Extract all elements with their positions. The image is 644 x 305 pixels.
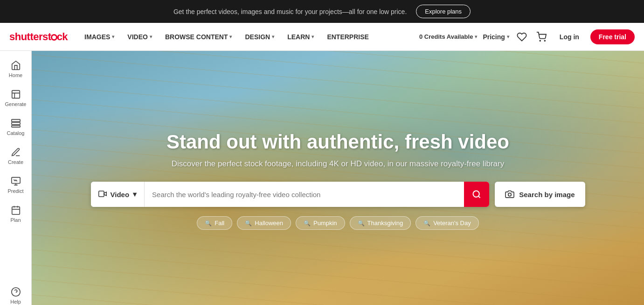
chevron-down-icon: ▾ <box>312 34 314 39</box>
nav-browse-content[interactable]: BROWSE CONTENT ▾ <box>159 29 238 44</box>
hero-title: Stand out with authentic, fresh video <box>50 130 625 154</box>
svg-rect-13 <box>98 191 104 197</box>
svg-point-0 <box>540 40 540 41</box>
hero-section: Stand out with authentic, fresh video Di… <box>32 51 644 305</box>
search-submit-button[interactable] <box>464 182 489 207</box>
svg-rect-3 <box>11 120 20 122</box>
tag-thanksgiving[interactable]: 🔍 Thanksgiving <box>350 216 411 230</box>
chevron-down-icon: ▾ <box>133 190 137 199</box>
nav-design[interactable]: DESIGN ▾ <box>239 29 280 44</box>
search-icon: 🔍 <box>423 220 430 227</box>
top-banner: Get the perfect videos, images and music… <box>0 0 644 23</box>
tag-veterans-day[interactable]: 🔍 Veteran's Day <box>415 216 479 230</box>
sidebar-generate-label: Generate <box>5 101 27 107</box>
search-icon: 🔍 <box>304 220 311 227</box>
search-by-image-button[interactable]: Search by image <box>495 182 585 207</box>
tag-fall[interactable]: 🔍 Fall <box>197 216 232 230</box>
nav-images[interactable]: IMAGES ▾ <box>79 29 120 44</box>
camera-icon <box>505 190 514 199</box>
sidebar-catalog-label: Catalog <box>7 130 25 136</box>
chevron-down-icon: ▾ <box>507 34 509 39</box>
sidebar-item-help[interactable]: Help <box>2 282 30 305</box>
page-wrapper: Home Generate Catalog <box>0 51 644 305</box>
search-type-button[interactable]: Video ▾ <box>91 182 145 207</box>
sidebar: Home Generate Catalog <box>0 51 32 305</box>
search-bar: Video ▾ <box>91 182 490 207</box>
search-icon: 🔍 <box>358 220 365 227</box>
tag-row: 🔍 Fall 🔍 Halloween 🔍 Pumpkin 🔍 Thanksgiv… <box>50 216 625 230</box>
svg-rect-2 <box>12 91 20 99</box>
sidebar-item-create[interactable]: Create <box>2 142 30 170</box>
svg-line-16 <box>478 196 480 198</box>
predict-icon <box>11 176 21 186</box>
svg-marker-14 <box>104 192 106 196</box>
login-button[interactable]: Log in <box>554 29 585 44</box>
hero-content: Stand out with authentic, fresh video Di… <box>32 130 644 230</box>
search-by-image-label: Search by image <box>519 191 575 199</box>
svg-point-15 <box>473 191 479 197</box>
tag-pumpkin[interactable]: 🔍 Pumpkin <box>296 216 345 230</box>
chevron-down-icon: ▾ <box>272 34 274 39</box>
chevron-down-icon: ▾ <box>150 34 152 39</box>
cart-button[interactable] <box>534 30 548 44</box>
chevron-down-icon: ▾ <box>112 34 114 39</box>
sidebar-help-label: Help <box>10 299 21 305</box>
nav-links: IMAGES ▾ VIDEO ▾ BROWSE CONTENT ▾ DESIGN… <box>79 29 419 44</box>
search-container: Video ▾ <box>91 182 585 207</box>
home-icon <box>11 60 21 71</box>
sidebar-plan-label: Plan <box>10 217 21 223</box>
logo[interactable]: shutterstck <box>9 31 68 43</box>
chevron-down-icon: ▾ <box>475 34 477 39</box>
sidebar-item-predict[interactable]: Predict <box>2 171 30 199</box>
banner-text: Get the perfect videos, images and music… <box>173 8 407 15</box>
sidebar-create-label: Create <box>8 159 23 165</box>
plan-icon <box>11 205 21 215</box>
search-type-label: Video <box>111 191 130 199</box>
sidebar-predict-label: Predict <box>7 188 23 194</box>
svg-rect-7 <box>12 207 20 215</box>
svg-point-1 <box>544 40 545 41</box>
svg-point-17 <box>508 193 512 196</box>
sidebar-item-catalog[interactable]: Catalog <box>2 113 30 141</box>
search-icon: 🔍 <box>245 220 252 227</box>
catalog-icon <box>11 118 21 128</box>
sidebar-home-label: Home <box>9 72 22 78</box>
video-icon <box>98 191 107 199</box>
svg-rect-5 <box>11 126 20 128</box>
nav-learn[interactable]: LEARN ▾ <box>282 29 319 44</box>
search-icon: 🔍 <box>205 220 212 227</box>
sidebar-item-generate[interactable]: Generate <box>2 85 30 112</box>
create-icon <box>11 147 21 157</box>
pricing-button[interactable]: Pricing ▾ <box>483 33 509 41</box>
chevron-down-icon: ▾ <box>229 34 232 39</box>
generate-icon <box>11 89 21 99</box>
credits-button[interactable]: 0 Credits Available ▾ <box>419 33 477 40</box>
logo-text: shutterstck <box>9 31 68 43</box>
main-nav: shutterstck IMAGES ▾ VIDEO ▾ BROWSE CONT… <box>0 23 644 51</box>
explore-plans-button[interactable]: Explore plans <box>416 5 471 18</box>
search-input[interactable] <box>145 182 464 207</box>
help-icon <box>11 287 21 297</box>
favorites-button[interactable] <box>515 30 529 44</box>
svg-rect-4 <box>11 122 20 125</box>
tag-halloween[interactable]: 🔍 Halloween <box>237 216 291 230</box>
hero-subtitle: Discover the perfect stock footage, incl… <box>50 159 625 169</box>
sidebar-item-home[interactable]: Home <box>2 56 30 83</box>
nav-right: 0 Credits Available ▾ Pricing ▾ Log in F… <box>419 29 635 44</box>
sidebar-item-plan[interactable]: Plan <box>2 200 30 227</box>
nav-enterprise[interactable]: ENTERPRISE <box>321 29 374 44</box>
nav-video[interactable]: VIDEO ▾ <box>122 29 158 44</box>
free-trial-button[interactable]: Free trial <box>590 29 635 44</box>
